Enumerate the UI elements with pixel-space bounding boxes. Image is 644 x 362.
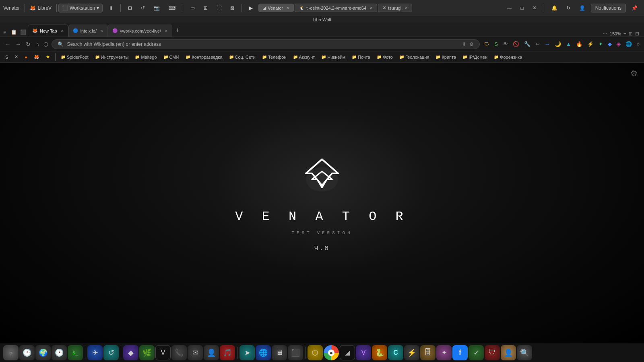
reload-button[interactable]: ↻	[24, 39, 32, 49]
refresh-icon[interactable]: ↻	[563, 4, 574, 12]
ext-13[interactable]: ◈	[615, 40, 622, 48]
tab-close-0[interactable]: ✕	[61, 29, 64, 33]
pause-button[interactable]: ⏸	[105, 4, 116, 12]
browser-tab-yworks[interactable]: 🟣 yworks.com/yed-live/ ✕	[108, 25, 172, 37]
unity-button[interactable]: ⊠	[227, 4, 237, 12]
ext-10[interactable]: ⚡	[586, 40, 595, 48]
bm-instruments[interactable]: Инструменты	[92, 54, 132, 60]
dock-icon-venator[interactable]: ◢	[340, 345, 355, 360]
dock-icon-star[interactable]: ✦	[436, 345, 452, 360]
tab-container[interactable]: ⬛	[19, 28, 28, 37]
bm-ipdomain[interactable]: IP/Домен	[460, 54, 490, 60]
dock-icon-audio[interactable]: 🎵	[220, 345, 235, 360]
vm-tab-close-1[interactable]: ✕	[369, 6, 373, 10]
back-button[interactable]: ←	[3, 39, 12, 49]
zoom-in-button[interactable]: +	[623, 31, 626, 37]
browser-tab-intelx[interactable]: 🔵 intelx.io/ ✕	[68, 25, 108, 37]
dock-icon-clock[interactable]: 🕐	[19, 345, 35, 360]
workstation-button[interactable]: ⬛ Workstation ▾	[58, 4, 103, 12]
ext-2[interactable]: 👁	[502, 40, 509, 48]
ext-5[interactable]: ↩	[534, 40, 541, 48]
dock-icon-electric[interactable]: ⚡	[404, 345, 419, 360]
fit-button[interactable]: ⊡	[125, 4, 135, 12]
fullscreen-button[interactable]: ⛶	[213, 4, 225, 12]
dock-icon-globe[interactable]: 🌍	[35, 345, 51, 360]
profile-icon[interactable]: 👤	[576, 4, 588, 12]
dock-icon-phone[interactable]: 📞	[171, 345, 187, 360]
bm-account[interactable]: Аккаунт	[290, 54, 318, 60]
dock-icon-check[interactable]: ✓	[469, 345, 484, 360]
bm-social[interactable]: Соц. Сети	[226, 54, 258, 60]
vm-tab-venator[interactable]: ◢ Venator ✕	[258, 4, 294, 12]
pin-button[interactable]: 📌	[628, 4, 641, 12]
content-settings-button[interactable]: ⚙	[630, 68, 638, 78]
dock-icon-search[interactable]: 🔍	[517, 345, 532, 360]
ext-1[interactable]: S	[493, 40, 499, 48]
dock-icon-facebook[interactable]: f	[452, 345, 468, 360]
dock-icon-shield[interactable]: 🛡	[485, 345, 500, 360]
ext-3[interactable]: 🚫	[512, 40, 520, 48]
ext-6[interactable]: →	[543, 40, 551, 48]
bm-icon-1[interactable]: S	[2, 54, 11, 60]
window-button[interactable]: ▭	[187, 4, 198, 12]
vm-tab-close-2[interactable]: ✕	[405, 6, 408, 10]
ext-7[interactable]: 🌙	[553, 40, 562, 48]
bm-geo[interactable]: Геолокация	[396, 54, 432, 60]
sidebar-toggle[interactable]: ⊟	[635, 31, 639, 37]
dock-icon-screen[interactable]: 🖥	[272, 345, 287, 360]
tab-new-left[interactable]: 📋	[9, 28, 19, 37]
extension-button[interactable]: ⬡	[42, 39, 50, 49]
dock-icon-sync[interactable]: ↺	[103, 345, 119, 360]
ext-14[interactable]: 🌐	[624, 40, 633, 48]
expand-icon[interactable]: ⋯	[603, 31, 607, 37]
dock-icon-box[interactable]: ⬛	[288, 345, 303, 360]
dock-icon-c[interactable]: C	[388, 345, 403, 360]
dock-icon-venator2[interactable]: V	[155, 345, 171, 360]
bm-maltego[interactable]: Maltego	[132, 54, 159, 60]
dock-icon-terminal[interactable]: $_	[68, 345, 83, 360]
restore-button[interactable]: ↺	[138, 4, 148, 12]
bm-spiderfoot[interactable]: SpiderFoot	[58, 54, 91, 60]
bm-phone[interactable]: Телефон	[259, 54, 289, 60]
tabs-button[interactable]: ⊞	[200, 4, 211, 12]
download-icon[interactable]: ⬇	[462, 41, 466, 47]
address-bar[interactable]: 🔍 Search with Wikipedia (en) or enter ad…	[52, 39, 480, 49]
settings-icon-addr[interactable]: ⚙	[469, 41, 474, 47]
bm-icon-2[interactable]: ✕	[12, 53, 21, 60]
home-button[interactable]: ⌂	[34, 39, 40, 49]
ext-12[interactable]: ◆	[607, 40, 613, 48]
tab-list-button[interactable]: ≡	[2, 28, 8, 37]
ext-11[interactable]: ✦	[597, 40, 604, 48]
tab-close-1[interactable]: ✕	[100, 29, 103, 33]
dock-icon-web[interactable]: 🌐	[256, 345, 271, 360]
forward-button[interactable]: →	[14, 39, 23, 49]
ext-4[interactable]: 🔧	[523, 40, 532, 48]
bm-mail[interactable]: Почта	[349, 54, 373, 60]
dock-icon-chrome[interactable]: ●	[324, 345, 339, 360]
bm-nickname[interactable]: Никнейм	[318, 54, 348, 60]
dock-icon-nav[interactable]: ➤	[239, 345, 255, 360]
dock-icon-diamond[interactable]: ◆	[123, 345, 138, 360]
vm-tab-tsurugi[interactable]: ⚔ tsurugi ✕	[378, 4, 412, 12]
dock-icon-v[interactable]: V	[356, 345, 371, 360]
dock-icon-mail[interactable]: ✉	[188, 345, 203, 360]
bm-smi[interactable]: СМИ	[161, 54, 182, 60]
bm-counter[interactable]: Контрразведка	[183, 54, 225, 60]
vm-tab-osint[interactable]: 🐧 tl-osint-2024.2-vmware-amd64 ✕	[295, 4, 377, 12]
vm-tab-close-0[interactable]: ✕	[286, 6, 289, 10]
close-button[interactable]: ✕	[529, 4, 540, 12]
ext-8[interactable]: ▲	[565, 40, 572, 48]
bm-photo[interactable]: Фото	[374, 54, 396, 60]
bm-forensics[interactable]: Форензика	[491, 54, 525, 60]
send-ctrl-button[interactable]: ⌨	[165, 4, 179, 12]
dock-icon-telegram[interactable]: ✈	[87, 345, 103, 360]
dock-icon-osint[interactable]: 🌿	[139, 345, 155, 360]
snapshot-button[interactable]: 📷	[151, 4, 163, 12]
maximize-button[interactable]: □	[517, 4, 526, 12]
minimize-button[interactable]: —	[504, 4, 515, 12]
new-tab-button[interactable]: +	[172, 25, 182, 35]
console-button[interactable]: ▶	[246, 4, 256, 12]
dock-icon-hex[interactable]: ⬡	[308, 345, 323, 360]
bm-icon-4[interactable]: 🦊	[31, 53, 42, 60]
bell-icon[interactable]: 🔔	[548, 4, 561, 12]
